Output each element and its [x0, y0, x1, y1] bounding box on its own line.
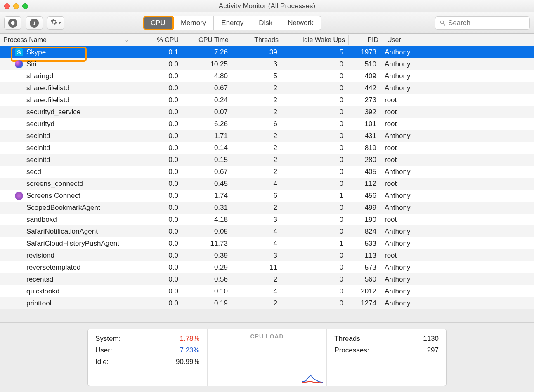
table-row[interactable]: Siri 0.0 10.25 3 0 510 Anthony	[0, 58, 534, 70]
process-name: sharedfilelistd	[26, 84, 69, 92]
table-row[interactable]: screens_connectd 0.0 0.45 4 0 112 root	[0, 178, 534, 190]
idle-value: 90.99%	[176, 358, 200, 366]
cpu-time-cell: 0.14	[182, 144, 231, 152]
table-row[interactable]: secinitd 0.0 0.15 2 0 280 root	[0, 154, 534, 166]
idle-label: Idle:	[95, 358, 109, 366]
user-cell: root	[380, 108, 534, 116]
screens-connect-icon	[15, 192, 23, 200]
table-row[interactable]: SafariCloudHistoryPushAgent 0.0 11.73 4 …	[0, 237, 534, 249]
table-row[interactable]: reversetemplated 0.0 0.29 11 0 573 Antho…	[0, 261, 534, 273]
table-row[interactable]: sandboxd 0.0 4.18 3 0 190 root	[0, 214, 534, 225]
options-menu-button[interactable]: ▾	[47, 16, 64, 30]
process-name: ScopedBookmarkAgent	[26, 204, 100, 212]
pid-cell: 113	[347, 251, 380, 260]
fullscreen-window-button[interactable]	[22, 3, 28, 9]
threads-cell: 4	[231, 228, 281, 236]
table-row[interactable]: secinitd 0.0 0.14 2 0 819 root	[0, 142, 534, 154]
cpu-percent-cell: 0.0	[132, 120, 182, 128]
wake-ups-cell: 0	[281, 84, 347, 92]
user-cell: Anthony	[380, 263, 534, 272]
inspect-process-button[interactable]: i	[26, 16, 43, 30]
header-user[interactable]: User	[382, 36, 534, 44]
pid-cell: 392	[347, 108, 380, 116]
table-row[interactable]: secinitd 0.0 1.71 2 0 431 Anthony	[0, 130, 534, 142]
table-row[interactable]: sharedfilelistd 0.0 0.67 2 0 442 Anthony	[0, 82, 534, 94]
user-cell: Anthony	[380, 299, 534, 307]
header-pid[interactable]: PID	[349, 36, 382, 44]
header-idle-wake-ups[interactable]: Idle Wake Ups	[282, 36, 348, 44]
cpu-time-cell: 0.31	[182, 204, 231, 212]
minimize-window-button[interactable]	[13, 3, 19, 9]
cpu-time-cell: 0.45	[182, 180, 231, 188]
table-row[interactable]: revisiond 0.0 0.39 3 0 113 root	[0, 249, 534, 261]
table-row[interactable]: sharedfilelistd 0.0 0.24 2 0 273 root	[0, 94, 534, 106]
user-cell: root	[380, 120, 534, 128]
processes-value: 297	[427, 346, 439, 354]
system-value: 1.78%	[180, 335, 199, 343]
wake-ups-cell: 0	[281, 108, 347, 116]
table-row[interactable]: Screens Connect 0.0 1.74 6 1 456 Anthony	[0, 190, 534, 202]
table-row[interactable]: securityd_service 0.0 0.07 2 0 392 root	[0, 106, 534, 118]
process-name: sharingd	[26, 72, 53, 80]
table-row[interactable]: SafariNotificationAgent 0.0 0.05 4 0 824…	[0, 225, 534, 237]
tab-network[interactable]: Network	[280, 16, 321, 30]
process-name: Skype	[26, 48, 46, 56]
cpu-percent-cell: 0.0	[132, 72, 182, 80]
process-name: sandboxd	[26, 216, 57, 224]
threads-cell: 2	[231, 204, 281, 212]
table-row[interactable]: secd 0.0 0.67 2 0 405 Anthony	[0, 166, 534, 178]
footer-panel: System: 1.78% User: 7.23% Idle: 90.99% C…	[0, 322, 534, 392]
search-input[interactable]	[448, 19, 525, 27]
threads-cell: 4	[231, 239, 281, 248]
process-name-cell: secinitd	[0, 132, 132, 140]
process-name: secinitd	[26, 144, 50, 152]
close-window-button[interactable]	[4, 3, 10, 9]
table-row[interactable]: securityd 0.0 6.26 6 0 101 root	[0, 118, 534, 130]
table-row[interactable]: printtool 0.0 0.19 2 0 1274 Anthony	[0, 297, 534, 309]
process-name-cell: screens_connectd	[0, 180, 132, 188]
sort-chevron-icon: ⌄	[125, 37, 129, 43]
cpu-time-cell: 0.05	[182, 228, 231, 236]
threads-label: Threads	[334, 335, 360, 343]
pid-cell: 456	[347, 192, 380, 200]
cpu-percent-cell: 0.0	[132, 192, 182, 200]
table-row[interactable]: sharingd 0.0 4.80 5 0 409 Anthony	[0, 70, 534, 82]
tab-cpu[interactable]: CPU	[143, 16, 173, 30]
cpu-percent-cell: 0.0	[132, 108, 182, 116]
search-field[interactable]	[435, 16, 530, 30]
threads-cell: 4	[231, 287, 281, 296]
table-row[interactable]: S Skype 0.1 7.26 39 5 1973 Anthony	[0, 46, 534, 58]
tab-energy[interactable]: Energy	[214, 16, 251, 30]
process-name: secd	[26, 168, 41, 176]
threads-cell: 4	[231, 180, 281, 188]
process-name-cell: sharedfilelistd	[0, 96, 132, 104]
cpu-load-graph: CPU LOAD	[208, 329, 327, 386]
header-cpu-percent[interactable]: % CPU	[132, 36, 182, 44]
wake-ups-cell: 1	[281, 192, 347, 200]
threads-cell: 2	[231, 299, 281, 307]
process-name-cell: Siri	[0, 60, 132, 68]
header-process-name[interactable]: Process Name ⌄	[0, 36, 132, 44]
header-cpu-time[interactable]: CPU Time	[182, 36, 232, 44]
process-name-cell: revisiond	[0, 251, 132, 260]
cpu-percent-cell: 0.0	[132, 239, 182, 248]
cpu-percent-cell: 0.0	[132, 299, 182, 307]
table-row[interactable]: recentsd 0.0 0.56 2 0 560 Anthony	[0, 273, 534, 285]
header-threads[interactable]: Threads	[232, 36, 282, 44]
quit-process-button[interactable]	[4, 16, 21, 30]
cpu-percent-cell: 0.0	[132, 60, 182, 68]
pid-cell: 273	[347, 96, 380, 104]
gear-icon	[50, 18, 58, 28]
table-row[interactable]: ScopedBookmarkAgent 0.0 0.31 2 0 499 Ant…	[0, 202, 534, 214]
tab-memory[interactable]: Memory	[173, 16, 214, 30]
threads-cell: 2	[231, 132, 281, 140]
window-controls	[4, 3, 28, 9]
cpu-percent-cell: 0.0	[132, 96, 182, 104]
tab-disk[interactable]: Disk	[251, 16, 280, 30]
user-cell: root	[380, 144, 534, 152]
table-row[interactable]: quicklookd 0.0 0.10 4 0 2012 Anthony	[0, 285, 534, 297]
svg-line-1	[443, 23, 445, 25]
wake-ups-cell: 0	[281, 132, 347, 140]
process-name: sharedfilelistd	[26, 96, 69, 104]
search-icon	[439, 20, 446, 26]
